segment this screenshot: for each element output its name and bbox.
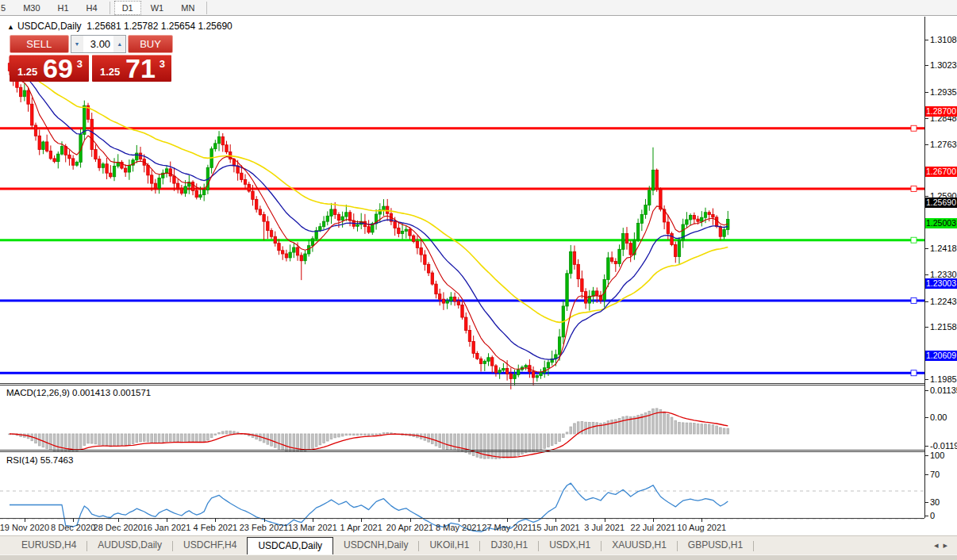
- chart-region: [0, 17, 957, 535]
- main-price-chart[interactable]: [0, 33, 924, 400]
- chart-tab-usdcad[interactable]: USDCAD,Daily: [247, 537, 333, 554]
- rsi-axis-label: 0: [930, 511, 935, 520]
- price-level-badge: 1.20609: [925, 351, 957, 361]
- tab-separator: [753, 541, 754, 551]
- date-tick: [605, 518, 605, 522]
- price-axis-label: 1.21580: [930, 322, 957, 332]
- axis-tick: [924, 92, 928, 93]
- chart-tabs-bar: EURUSD,H4AUDUSD,DailyUSDCHF,H4USDCAD,Dai…: [0, 535, 957, 554]
- rsi-indicator-label: RSI(14) 55.7463: [6, 455, 73, 465]
- ask-point: 3: [160, 58, 165, 70]
- bid-pips: 69: [43, 53, 73, 84]
- date-axis-label: 23 Feb 2021: [240, 523, 289, 532]
- chart-tab-dj30[interactable]: DJ30,H1: [480, 536, 538, 554]
- bid-price-box[interactable]: 1.25 69 3: [10, 55, 89, 82]
- volume-increase-icon[interactable]: ▲: [113, 36, 125, 52]
- date-tick: [459, 518, 459, 522]
- date-axis-label: 13 Mar 2021: [288, 523, 337, 532]
- date-axis-label: 15 Jun 2021: [532, 523, 580, 532]
- macd-panel-chart[interactable]: [0, 402, 924, 466]
- ohlc-values: 1.25681 1.25782 1.25654 1.25690: [86, 21, 233, 32]
- volume-decrease-icon[interactable]: ▼: [71, 36, 83, 52]
- chart-tab-xauusd[interactable]: XAUUSD,H1: [601, 536, 677, 554]
- sell-button[interactable]: SELL: [10, 35, 69, 53]
- date-tick: [167, 518, 167, 522]
- axis-tick: [924, 446, 928, 447]
- panel-divider: [0, 450, 924, 451]
- price-axis-label: 1.29355: [930, 87, 957, 97]
- axis-tick: [924, 390, 928, 391]
- date-axis-label: 8 Dec 2020: [51, 523, 95, 532]
- expand-triangle-icon[interactable]: ▲: [7, 23, 14, 31]
- one-click-trading-widget: SELL ▼ 3.00 ▲ BUY 1.25 69 3 1.25 71 3: [10, 35, 173, 82]
- date-axis-label: 3 Jul 2021: [584, 523, 625, 532]
- axis-tick: [924, 248, 928, 249]
- volume-field[interactable]: 3.00: [83, 36, 114, 52]
- timeframe-button-h1[interactable]: H1: [50, 1, 77, 15]
- macd-axis-label: 0.00: [930, 412, 947, 422]
- date-tick: [653, 518, 654, 522]
- date-axis-label: 20 Apr 2021: [386, 523, 433, 532]
- panel-divider: [0, 518, 924, 519]
- panel-divider: [0, 385, 924, 385]
- toolbar-separator: [206, 2, 207, 14]
- chart-tab-usdchf[interactable]: USDCHF,H4: [173, 536, 247, 554]
- axis-tick: [924, 474, 928, 475]
- ask-price-box[interactable]: 1.25 71 3: [92, 55, 171, 82]
- chart-tab-usdx[interactable]: USDX,H1: [539, 536, 601, 554]
- axis-tick: [924, 40, 928, 40]
- status-bar: [0, 554, 957, 560]
- date-tick: [264, 518, 265, 522]
- axis-tick: [924, 144, 928, 145]
- macd-axis-label: -0.01190: [930, 441, 957, 451]
- macd-axis-label: 0.01135: [930, 385, 957, 395]
- axis-tick: [924, 502, 928, 503]
- ask-pips: 71: [125, 53, 156, 84]
- date-axis-label: 1 Apr 2021: [340, 523, 382, 532]
- date-tick: [118, 518, 119, 522]
- trading-terminal: 5M30H1H4D1W1MN ▲USDCAD,Daily 1.25681 1.2…: [0, 0, 957, 560]
- date-axis-label: 19 Nov 2020: [0, 523, 49, 532]
- chart-tab-eurusd[interactable]: EURUSD,H4: [11, 536, 86, 554]
- rsi-axis-label: 100: [930, 451, 944, 460]
- axis-tick: [924, 327, 928, 328]
- panel-divider: [0, 451, 924, 452]
- chart-tab-ukoil[interactable]: UKOil,H1: [419, 536, 479, 554]
- axis-tick: [924, 301, 928, 302]
- chart-tab-usdcnh[interactable]: USDCNH,Daily: [333, 536, 418, 554]
- chart-title: ▲USDCAD,Daily 1.25681 1.25782 1.25654 1.…: [7, 21, 233, 32]
- price-level-badge: 1.23003: [925, 278, 957, 289]
- timeframe-button-h4[interactable]: H4: [79, 1, 106, 15]
- axis-tick: [924, 417, 928, 418]
- price-level-badge: 1.25003: [925, 218, 957, 228]
- timeframe-toolbar: 5M30H1H4D1W1MN: [0, 0, 957, 16]
- chart-tab-audusd[interactable]: AUDUSD,Daily: [87, 536, 172, 554]
- timeframe-button-5[interactable]: 5: [0, 1, 13, 15]
- timeframe-button-w1[interactable]: W1: [143, 1, 172, 15]
- price-axis-label: 1.22430: [930, 297, 957, 306]
- date-axis-label: 10 Aug 2021: [677, 523, 726, 532]
- price-axis-label: 1.24180: [930, 244, 957, 253]
- tab-scroll-left-icon[interactable]: ◂: [934, 540, 944, 550]
- axis-tick: [924, 516, 928, 516]
- tab-scroll-arrows[interactable]: ◂▸: [934, 540, 952, 550]
- toolbar-separator: [110, 2, 110, 14]
- tab-scroll-right-icon[interactable]: ▸: [943, 540, 952, 550]
- price-axis-label: 1.31080: [930, 35, 957, 44]
- ask-prefix: 1.25: [100, 66, 120, 78]
- date-tick: [507, 518, 508, 522]
- axis-tick: [924, 379, 928, 380]
- price-level-badge: 1.26700: [925, 167, 957, 177]
- timeframe-button-m30[interactable]: M30: [15, 1, 48, 15]
- timeframe-button-d1[interactable]: D1: [114, 1, 141, 15]
- chart-tab-gbpusd[interactable]: GBPUSD,H1: [678, 536, 753, 554]
- date-tick: [215, 518, 216, 522]
- date-axis-label: 4 Feb 2021: [193, 523, 237, 532]
- bid-prefix: 1.25: [17, 66, 37, 78]
- date-axis-label: 8 May 2021: [436, 523, 481, 532]
- buy-button[interactable]: BUY: [128, 35, 173, 53]
- axis-tick: [924, 274, 928, 275]
- current-price-badge: 1.25690: [925, 198, 957, 208]
- date-axis-label: 22 Jul 2021: [631, 523, 676, 532]
- timeframe-button-mn[interactable]: MN: [173, 1, 202, 15]
